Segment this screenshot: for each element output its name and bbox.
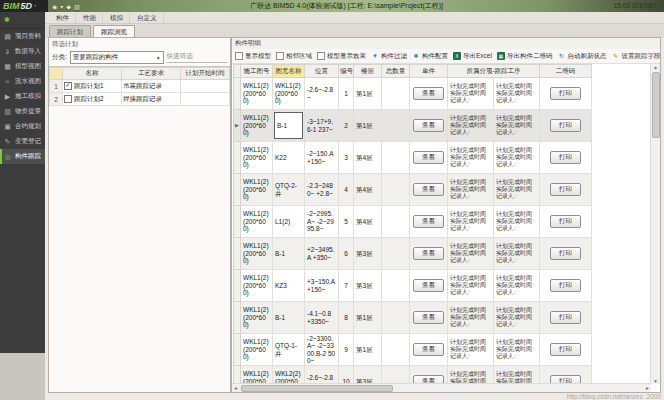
- sidebar-item-simulation[interactable]: ▶施工模拟: [0, 89, 45, 104]
- checkbox-display-effect[interactable]: 模型显示效果: [317, 52, 366, 61]
- view-button[interactable]: 查看: [413, 311, 444, 324]
- component-column-header[interactable]: 楼层: [354, 65, 382, 78]
- menu-tab-simulate[interactable]: 模拟: [104, 13, 130, 23]
- view-button[interactable]: 查看: [413, 183, 444, 196]
- sidebar-item-data-import[interactable]: ⇓数据导入: [0, 44, 45, 59]
- plan-checkbox[interactable]: [64, 95, 72, 103]
- vertical-scrollbar[interactable]: ▲ ▼: [650, 64, 660, 384]
- plan-row[interactable]: 1✓跟踪计划1吊装跟踪记录: [50, 80, 231, 93]
- quick-filter-input[interactable]: 快速筛选: [167, 52, 227, 63]
- filter-button[interactable]: ▼构件过滤: [371, 52, 407, 61]
- vertical-scroll-thumb[interactable]: [652, 72, 660, 138]
- name-edit-box[interactable]: B-1: [274, 112, 303, 139]
- component-row[interactable]: WKL1(2) (200*600)L1(2)-2~2995.A~ -2~2995…: [234, 206, 592, 238]
- category-dropdown[interactable]: 需要跟踪的构件 ▼: [70, 51, 164, 64]
- export-excel-button[interactable]: X导出Excel: [453, 52, 492, 61]
- checkbox-show-model[interactable]: 显示模型: [235, 52, 271, 61]
- view-button[interactable]: 查看: [413, 151, 444, 164]
- print-button[interactable]: 打印: [550, 151, 581, 164]
- view-button[interactable]: 查看: [413, 119, 444, 132]
- component-row[interactable]: WKL1(2) (200*600)KZ3+3~150.A +150~7第3层查看…: [234, 270, 592, 302]
- component-row[interactable]: WKL1(2) (200*600)B-1+2~3495.A +350~6第3层查…: [234, 238, 592, 270]
- print-button[interactable]: 打印: [550, 87, 581, 100]
- cell-element-name[interactable]: QTQ-1-井: [273, 334, 305, 366]
- cell-element-name[interactable]: QTQ-2-井: [273, 174, 305, 206]
- record-line: 计划完成时间: [496, 115, 537, 122]
- cell-qrcode: 打印: [540, 302, 592, 334]
- view-button[interactable]: 查看: [413, 247, 444, 260]
- plan-row[interactable]: 2跟踪计划2焊接跟踪记录: [50, 93, 231, 106]
- sidebar-item-component-tracking[interactable]: ◎构件跟踪: [0, 149, 45, 164]
- cell-element-name[interactable]: WKL2(2) (200*600): [273, 366, 305, 385]
- scroll-right-icon[interactable]: ►: [645, 384, 650, 392]
- sidebar-item-project-data[interactable]: ▤项目资料: [0, 29, 45, 44]
- collapse-icon[interactable]: ✱: [4, 16, 10, 24]
- component-column-header[interactable]: 单件: [410, 65, 448, 78]
- component-column-header[interactable]: 所属分项-跟踪工序: [448, 65, 540, 78]
- plan-column-header[interactable]: 名称: [63, 68, 122, 80]
- set-fields-button[interactable]: ✎设置跟踪字段: [611, 52, 660, 61]
- plan-column-header[interactable]: 工艺要求: [122, 68, 181, 80]
- cell-element-name[interactable]: KZ3: [273, 270, 305, 302]
- config-button[interactable]: ✱构件配置: [412, 52, 448, 61]
- menu-arrow-icon[interactable]: ▾: [60, 3, 63, 10]
- component-row[interactable]: WKL1(2) (200*600)QTQ-2-井-2.3~2480~ +2.8~…: [234, 174, 592, 206]
- sidebar-item-model-view[interactable]: ▦模型视图: [0, 59, 45, 74]
- cell-element-name[interactable]: B-1: [273, 302, 305, 334]
- cell-element-name[interactable]: B-1: [273, 238, 305, 270]
- print-button[interactable]: 打印: [550, 119, 581, 132]
- print-button[interactable]: 打印: [550, 247, 581, 260]
- component-row[interactable]: WKL1(2) (200*600)B-1-4.1~0.8 +3350~8第1层查…: [234, 302, 592, 334]
- view-button[interactable]: 查看: [413, 343, 444, 356]
- sidebar-item-label: 构件跟踪: [15, 152, 41, 161]
- horizontal-scroll-thumb[interactable]: [241, 385, 393, 392]
- view-button[interactable]: 查看: [413, 279, 444, 292]
- row-marker: [234, 302, 241, 334]
- save-icon[interactable]: ◆: [66, 3, 71, 10]
- print-button[interactable]: 打印: [550, 279, 581, 292]
- print-button[interactable]: 打印: [550, 183, 581, 196]
- plan-column-header[interactable]: 计划开始时间: [181, 68, 230, 80]
- app-icon[interactable]: ◉: [52, 3, 57, 10]
- scroll-up-icon[interactable]: ▲: [651, 64, 660, 70]
- cell-element-name[interactable]: B-1: [273, 110, 305, 142]
- component-column-header[interactable]: 位置: [305, 65, 339, 78]
- auto-refresh-button[interactable]: ↻自动刷新状态: [557, 52, 606, 61]
- cell-record-welding: 计划完成时间实际完成时间记录人:: [494, 142, 540, 174]
- sidebar-item-material-quantity[interactable]: ▥物资提量: [0, 104, 45, 119]
- menu-tab-custom[interactable]: 自定义: [131, 13, 164, 23]
- cell-element-name[interactable]: L1(2): [273, 206, 305, 238]
- plan-checkbox[interactable]: ✓: [64, 82, 72, 90]
- component-column-header[interactable]: 二维码: [540, 65, 592, 78]
- component-column-header[interactable]: 施工图号: [241, 65, 273, 78]
- component-column-header[interactable]: 图元名称: [273, 65, 305, 78]
- window-title: 广联达 BIM5D 4.0(体验测试版) [工程: E:\sample\Proj…: [80, 0, 614, 12]
- print-button[interactable]: 打印: [550, 343, 581, 356]
- component-row[interactable]: WKL1(2) (200*600)WKL1(2) (200*600)-2.6~-…: [234, 78, 592, 110]
- component-row[interactable]: ▶WKL1(2) (200*600)B-1-3~17+9.6-1 237~2第1…: [234, 110, 592, 142]
- print-button[interactable]: 打印: [550, 215, 581, 228]
- horizontal-scrollbar[interactable]: ◄ ►: [232, 383, 651, 392]
- print-button[interactable]: 打印: [550, 311, 581, 324]
- sidebar-item-change-register[interactable]: ✎变更登记: [0, 134, 45, 149]
- menu-tab-property[interactable]: 性能: [77, 13, 103, 23]
- sidebar-item-flow-view[interactable]: ≈流水视图: [0, 74, 45, 89]
- checkbox-adjacent-area[interactable]: 相邻区域: [276, 52, 312, 61]
- component-column-header[interactable]: 编号: [339, 65, 354, 78]
- sidebar-item-contract-plan[interactable]: ▣合约规划: [0, 119, 45, 134]
- cell-element-name[interactable]: WKL1(2) (200*600): [273, 78, 305, 110]
- component-row[interactable]: WKL1(2) (200*600)QTQ-1-井-2~3300.A~ -2~33…: [234, 334, 592, 366]
- component-row[interactable]: WKL1(2) (200*600)K22-2~150.A +150~3第4层查看…: [234, 142, 592, 174]
- component-column-header[interactable]: [234, 65, 241, 78]
- menu-tab-component[interactable]: 构件: [50, 13, 76, 23]
- component-row[interactable]: WKL1(2) (200*600)WKL2(2) (200*600)-2.6~-…: [234, 366, 592, 385]
- plan-column-header[interactable]: 计划完成时间: [230, 68, 231, 80]
- view-button[interactable]: 查看: [413, 87, 444, 100]
- record-line: 记录人:: [496, 161, 537, 168]
- scroll-down-icon[interactable]: ▼: [651, 378, 660, 384]
- view-button[interactable]: 查看: [413, 215, 444, 228]
- scroll-left-icon[interactable]: ◄: [233, 384, 238, 392]
- cell-element-name[interactable]: K22: [273, 142, 305, 174]
- component-column-header[interactable]: 总数量: [382, 65, 410, 78]
- export-qr-button[interactable]: ▦导出构件二维码: [497, 52, 553, 61]
